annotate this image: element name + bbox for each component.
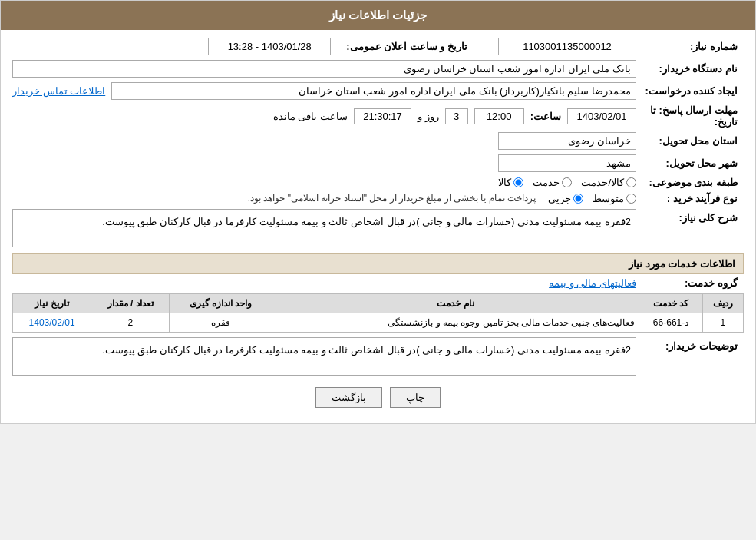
- deadline-time-label: ساعت:: [530, 111, 561, 122]
- process-option-jozi[interactable]: جزیی: [548, 193, 583, 204]
- announce-date-label: تاریخ و ساعت اعلان عمومی:: [346, 41, 467, 52]
- service-group-value[interactable]: فعالیتهای مالی و بیمه: [549, 277, 636, 289]
- requester-value: محمدرضا سلیم بانکیار(کاربرداز) بانک ملی …: [111, 82, 636, 100]
- table-row: 1 د-661-66 فعالیت‌های جنبی خدمات مالی بج…: [13, 313, 744, 333]
- province-value: خراسان رضوی: [498, 132, 636, 150]
- services-section-header: اطلاعات خدمات مورد نیاز: [12, 253, 744, 274]
- process-note: پرداخت تمام یا بخشی از مبلغ خریدار از مح…: [248, 193, 536, 204]
- deadline-days-label: روز و: [418, 111, 439, 122]
- cell-date: 1403/02/01: [13, 313, 91, 333]
- announce-date-value: 1403/01/28 - 13:28: [208, 38, 331, 55]
- category-label: طبقه بندی موضوعی:: [636, 177, 744, 188]
- cell-code: د-661-66: [639, 313, 703, 333]
- deadline-label: مهلت ارسال پاسخ: تا تاریخ:: [636, 104, 744, 128]
- table-header-code: کد خدمت: [639, 294, 703, 313]
- category-option-khedmat[interactable]: خدمت: [533, 177, 572, 188]
- back-button[interactable]: بازگشت: [315, 387, 382, 408]
- deadline-remaining: 21:30:17: [354, 108, 411, 124]
- deadline-date: 1403/02/01: [567, 108, 636, 124]
- city-label: شهر محل تحویل:: [636, 157, 744, 169]
- page-title: جزئیات اطلاعات نیاز: [1, 1, 755, 30]
- buyer-org-value: بانک ملی ایران اداره امور شعب استان خراس…: [12, 60, 636, 78]
- need-number-label: شماره نیاز:: [636, 41, 744, 52]
- description-label: شرح کلی نیاز:: [636, 209, 744, 224]
- province-label: استان محل تحویل:: [636, 135, 744, 147]
- table-header-unit: واحد اندازه گیری: [170, 294, 272, 313]
- cell-name: فعالیت‌های جنبی خدمات مالی بجز تامین وجو…: [272, 313, 639, 333]
- description-value: 2فقره بیمه مسئولیت مدنی (خسارات مالی و ج…: [12, 209, 636, 247]
- cell-row: 1: [702, 313, 743, 333]
- buyer-notes-label: توضیحات خریدار:: [636, 337, 744, 352]
- table-header-qty: تعداد / مقدار: [91, 294, 170, 313]
- table-header-row: ردیف: [702, 294, 743, 313]
- category-option-kala-khedmat[interactable]: کالا/خدمت: [581, 177, 636, 188]
- process-radio-group: متوسط جزیی: [548, 193, 636, 204]
- category-option-kala[interactable]: کالا: [498, 177, 523, 188]
- need-number-value: 1103001135000012: [498, 38, 636, 55]
- print-button[interactable]: چاپ: [390, 387, 441, 408]
- deadline-remaining-label: ساعت باقی مانده: [273, 111, 348, 122]
- cell-unit: فقره: [170, 313, 272, 333]
- service-group-label: گروه خدمت:: [636, 277, 744, 289]
- category-radio-group: کالا/خدمت خدمت کالا: [12, 177, 636, 188]
- services-table: ردیف کد خدمت نام خدمت واحد اندازه گیری ت…: [12, 293, 744, 333]
- city-value: مشهد: [498, 154, 636, 172]
- deadline-time: 12:00: [474, 108, 524, 124]
- buyer-org-label: نام دستگاه خریدار:: [636, 63, 744, 75]
- table-header-date: تاریخ نیاز: [13, 294, 91, 313]
- process-type-label: نوع فرآیند خرید :: [636, 193, 744, 204]
- requester-label: ایجاد کننده درخواست:: [636, 85, 744, 97]
- requester-contact-link[interactable]: اطلاعات تماس خریدار: [12, 85, 105, 97]
- table-header-name: نام خدمت: [272, 294, 639, 313]
- buyer-notes-value: 2فقره بیمه مسئولیت مدنی (خسارات مالی و ج…: [12, 337, 636, 376]
- button-container: چاپ بازگشت: [12, 387, 744, 408]
- process-option-motavasset[interactable]: متوسط: [593, 193, 636, 204]
- deadline-days-value: 3: [445, 108, 468, 124]
- cell-qty: 2: [91, 313, 170, 333]
